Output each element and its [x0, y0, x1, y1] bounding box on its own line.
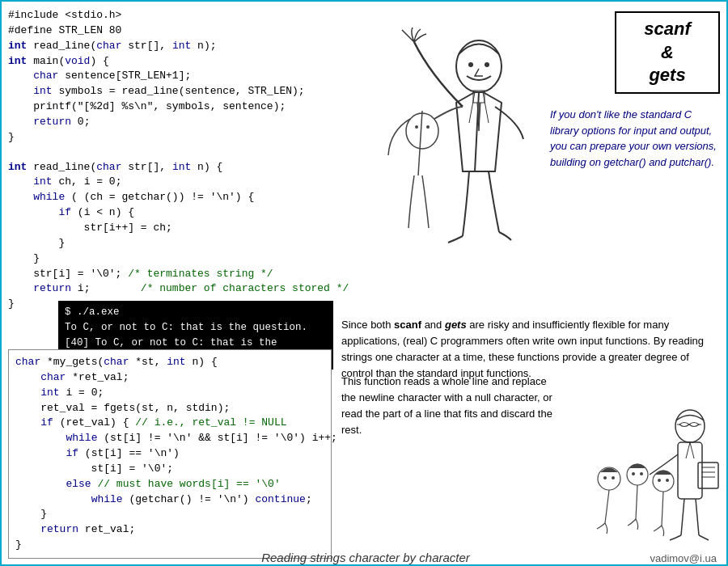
desc-top-text: If you don't like the standard C library…	[550, 108, 717, 168]
desc-bottom-text: This function reads a whole line and rep…	[341, 375, 552, 436]
code-top-block: #include <stdio.h> #define STR_LEN 80 in…	[8, 8, 380, 146]
svg-point-5	[415, 125, 418, 129]
cartoon-top-svg	[382, 26, 552, 252]
footer-email: vadimov@i.ua	[650, 552, 717, 564]
terminal-line1: $ ./a.exe	[65, 305, 327, 320]
svg-point-20	[632, 472, 635, 475]
svg-point-19	[612, 476, 615, 479]
cartoon-bottom-figure	[565, 398, 718, 543]
terminal-line2: To C, or not to C: that is the question.	[65, 320, 327, 336]
desc-bottom: This function reads a whole line and rep…	[341, 374, 560, 439]
title-amp: &	[661, 42, 674, 62]
title-scanf: scanf	[644, 19, 690, 39]
code-middle-block: int read_line(char str[], int n) { int c…	[8, 160, 380, 312]
cartoon-bottom-svg	[565, 398, 726, 547]
svg-point-23	[666, 479, 669, 482]
footer-email-text: vadimov@i.ua	[650, 552, 717, 564]
title-box: scanf & gets	[615, 11, 720, 94]
svg-point-6	[426, 125, 430, 129]
svg-point-21	[640, 472, 643, 475]
desc-middle: Since both scanf and gets are risky and …	[341, 317, 713, 382]
code-bottom-code: char *my_gets(char *st, int n) { char *r…	[15, 355, 324, 553]
cartoon-top-figure	[382, 26, 544, 252]
svg-point-18	[603, 476, 607, 479]
svg-point-22	[658, 479, 661, 482]
svg-point-0	[456, 40, 502, 92]
code-bottom-block: char *my_gets(char *st, int n) { char *r…	[8, 349, 332, 559]
desc-top: If you don't like the standard C library…	[550, 107, 720, 170]
footer-text: Reading strings character by character	[261, 551, 470, 564]
main-container: scanf & gets If you don't like the stand…	[2, 2, 728, 566]
desc-middle-since: Since both scanf and gets are risky and …	[341, 319, 704, 379]
svg-rect-11	[698, 463, 718, 488]
code-area: #include <stdio.h> #define STR_LEN 80 in…	[8, 8, 380, 312]
footer: Reading strings character by character	[2, 551, 728, 564]
svg-point-1	[468, 62, 473, 67]
title-gets: gets	[649, 65, 685, 85]
svg-point-2	[485, 62, 489, 67]
